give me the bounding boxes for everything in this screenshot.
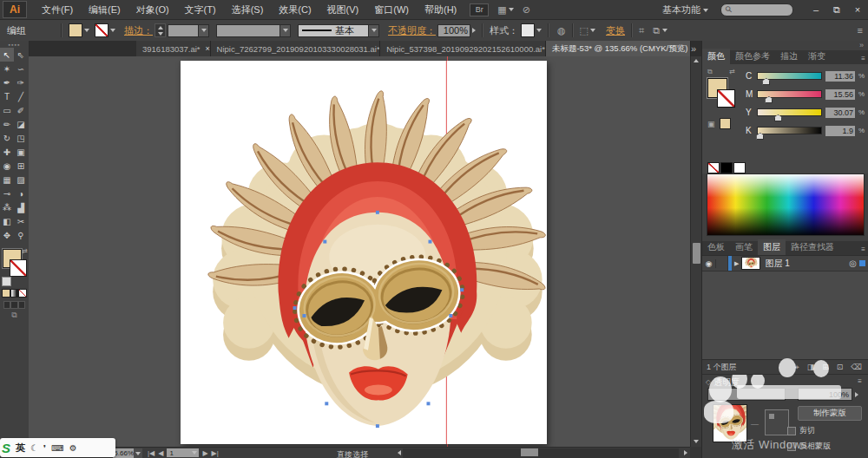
- vertical-scrollbar[interactable]: [690, 56, 702, 447]
- none-mode-button[interactable]: [18, 289, 27, 298]
- menu-item[interactable]: 文字(T): [177, 1, 224, 19]
- gradient-tool[interactable]: ▨: [14, 173, 28, 186]
- menu-item[interactable]: 帮助(H): [417, 1, 464, 19]
- color-panel-stroke-swatch[interactable]: [717, 89, 735, 108]
- zoom-tool[interactable]: ⚲: [14, 228, 28, 242]
- double-square-icon[interactable]: ⧉: [707, 68, 713, 76]
- align-caret-icon[interactable]: [590, 29, 595, 32]
- scroll-left-icon[interactable]: [394, 450, 401, 455]
- color-mode-button[interactable]: [2, 289, 10, 298]
- layer-name[interactable]: 图层 1: [760, 258, 849, 270]
- artboard-tool[interactable]: ◧: [0, 214, 14, 228]
- tab-color[interactable]: 颜色: [702, 49, 730, 64]
- swap-fill-stroke-icon[interactable]: ⇄: [22, 247, 28, 255]
- style-caret-icon[interactable]: [536, 29, 542, 32]
- layer-row[interactable]: ◉ ▶ 图层 1 ◎: [702, 256, 868, 272]
- menu-item[interactable]: 文件(F): [34, 1, 81, 19]
- stroke-caret-icon[interactable]: [110, 29, 115, 32]
- free-transform-tool[interactable]: ▣: [14, 145, 28, 159]
- cyan-value-box[interactable]: 11.36: [825, 71, 855, 82]
- toolbar-stroke-swatch[interactable]: [10, 259, 27, 277]
- normal-screen-button[interactable]: [3, 301, 10, 309]
- tab-gradient[interactable]: 渐变: [803, 49, 831, 64]
- zoom-level-box[interactable]: 135.66%: [113, 448, 134, 458]
- pencil-tool[interactable]: ✏: [0, 117, 14, 131]
- document-tab[interactable]: 3916183037.ai* ×: [136, 41, 211, 56]
- white-swatch[interactable]: [733, 162, 746, 173]
- opacity-value-box[interactable]: 100%: [437, 24, 470, 37]
- arrange-documents-icon[interactable]: ▦: [497, 4, 506, 16]
- brush-definition-combo[interactable]: 基本: [298, 24, 379, 37]
- scroll-right-icon[interactable]: [684, 450, 687, 455]
- direct-selection-tool[interactable]: ⇖: [14, 48, 28, 62]
- make-mask-button[interactable]: 制作蒙版: [798, 406, 862, 421]
- last-artboard-icon[interactable]: ▶|: [212, 449, 219, 457]
- clip-checkbox[interactable]: 剪切: [787, 425, 862, 436]
- color-panel-menu-icon[interactable]: ≡: [858, 55, 868, 64]
- zoom-caret-icon[interactable]: [134, 448, 142, 458]
- settings-gear-icon[interactable]: ⚙: [69, 443, 77, 453]
- isolate-icon[interactable]: ⧉: [653, 25, 660, 36]
- tab-color-guide[interactable]: 颜色参考: [730, 49, 775, 64]
- distribute-icon[interactable]: ⌗: [639, 25, 644, 36]
- scroll-down-icon[interactable]: [694, 440, 699, 443]
- eraser-tool[interactable]: ◪: [14, 117, 28, 131]
- width-profile-combo[interactable]: [216, 24, 291, 37]
- fill-color-swatch[interactable]: [69, 23, 82, 37]
- menu-item[interactable]: 视图(V): [319, 1, 367, 19]
- tab-brushes[interactable]: 画笔: [730, 239, 758, 255]
- tab-pathfinder[interactable]: 路径查找器: [786, 239, 839, 255]
- closest-web-color-swatch[interactable]: [720, 118, 731, 129]
- menu-item[interactable]: 效果(C): [271, 1, 319, 19]
- blend-tool[interactable]: ◑: [14, 186, 28, 200]
- workspace-switcher[interactable]: 基本功能: [662, 3, 708, 16]
- tab-close-icon[interactable]: ×: [206, 44, 210, 53]
- next-artboard-icon[interactable]: ▶: [202, 449, 207, 457]
- yellow-slider[interactable]: [757, 108, 822, 116]
- black-swatch[interactable]: [720, 162, 733, 173]
- mask-well[interactable]: [765, 409, 789, 435]
- document-tab[interactable]: 未标题-53* @ 135.66% (CMYK/预览) ×: [546, 41, 691, 56]
- toolbar-grip[interactable]: ▪▪▪▪: [0, 41, 29, 48]
- swap-colors-icon[interactable]: ⇄: [729, 68, 735, 76]
- prev-artboard-icon[interactable]: ◀: [158, 449, 163, 457]
- fill-caret-icon[interactable]: [84, 29, 89, 32]
- selection-tool[interactable]: ↖: [0, 48, 14, 62]
- paintbrush-tool[interactable]: ✐: [14, 103, 28, 117]
- pen-tool[interactable]: ✒: [0, 75, 14, 89]
- control-panel-menu-icon[interactable]: ≡: [858, 25, 863, 36]
- horizontal-scrollbar[interactable]: [392, 448, 689, 458]
- mask-artwork[interactable]: [181, 61, 547, 444]
- recolor-artwork-icon[interactable]: ◍: [557, 25, 566, 36]
- black-slider[interactable]: [757, 127, 822, 134]
- tab-stroke[interactable]: 描边: [775, 49, 803, 64]
- magenta-slider[interactable]: [757, 90, 822, 98]
- column-graph-tool[interactable]: ▟: [14, 200, 28, 214]
- line-segment-tool[interactable]: ╱: [14, 89, 28, 103]
- stroke-weight-combo[interactable]: [168, 24, 209, 37]
- ime-logo[interactable]: S: [2, 441, 10, 455]
- web-color-cube-icon[interactable]: ▣: [707, 120, 715, 128]
- artboard-number-field[interactable]: 1: [167, 448, 199, 457]
- magic-wand-tool[interactable]: ✶: [0, 62, 14, 75]
- stroke-weight-stepper[interactable]: [155, 23, 166, 37]
- input-method-bar[interactable]: S 英 ☾ ❜ ⌨ ⚙: [0, 438, 115, 457]
- gradient-mode-button[interactable]: [10, 289, 19, 298]
- canvas-area[interactable]: [29, 56, 690, 447]
- color-spectrum[interactable]: [707, 173, 865, 236]
- type-tool[interactable]: T: [0, 89, 14, 103]
- none-swatch[interactable]: [707, 162, 720, 173]
- vertical-scroll-thumb[interactable]: [693, 243, 700, 264]
- tab-layers[interactable]: 图层: [758, 239, 786, 255]
- layer-thumbnail[interactable]: [741, 257, 760, 270]
- menu-item[interactable]: 编辑(E): [81, 1, 128, 19]
- default-fill-stroke-icon[interactable]: [2, 277, 11, 286]
- stroke-color-swatch[interactable]: [95, 23, 108, 37]
- align-objects-icon[interactable]: ⬚: [580, 25, 589, 36]
- moon-icon[interactable]: ☾: [30, 443, 38, 453]
- punctuation-icon[interactable]: ❜: [43, 443, 46, 453]
- curvature-tool[interactable]: ✑: [14, 75, 28, 89]
- artboard[interactable]: [181, 61, 547, 444]
- restore-button[interactable]: ⧉: [826, 4, 847, 16]
- menu-item[interactable]: 对象(O): [128, 1, 177, 19]
